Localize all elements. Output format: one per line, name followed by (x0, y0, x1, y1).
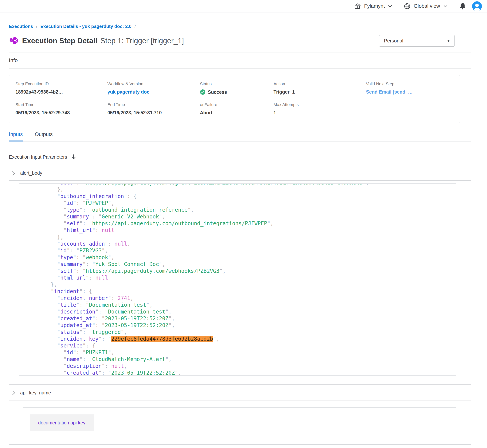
view-switcher[interactable]: Global view (404, 3, 447, 10)
bank-icon (354, 3, 361, 9)
breadcrumb-separator: / (36, 24, 37, 29)
code-line: "self": "https://api.pagerduty.com/webho… (25, 268, 456, 274)
code-line: "title": "Documentation test", (25, 302, 456, 308)
code-content: "self": "https://api.pagerduty.com/log_e… (19, 183, 456, 376)
field-workflow-version: Workflow & Version yuk pagerduty doc (107, 82, 200, 95)
expander-api-key-name[interactable]: api_key_name (9, 385, 471, 400)
field-value: Abort (200, 110, 274, 115)
code-line: "name": "CloudWatch-Memory-Alert", (25, 356, 456, 363)
params-header-row: Execution Input Parameters (9, 149, 471, 165)
tab-outputs[interactable]: Outputs (35, 131, 53, 141)
code-line: "self": "https://api.pagerduty.com/outbo… (25, 220, 456, 227)
code-line: "incident_number": 2741, (25, 295, 456, 302)
field-label: onFailure (200, 103, 274, 107)
expander-label: api_key_name (20, 390, 51, 396)
field-label: Workflow & Version (107, 82, 200, 86)
code-line: "type": "webhook", (25, 254, 456, 261)
tab-inputs[interactable]: Inputs (9, 131, 23, 141)
code-line: "created_at": "2023-05-19T22:52:20Z", (25, 315, 456, 322)
code-line: "service": { (25, 342, 456, 349)
api-key-name-card: documentation api key (23, 407, 456, 438)
field-valid-next-step: Valid Next Step Send Email [send_… (366, 82, 460, 95)
chevron-right-icon (12, 391, 15, 395)
code-line: }, (25, 186, 456, 193)
alert-body-json-viewer[interactable]: "self": "https://api.pagerduty.com/log_e… (19, 183, 456, 376)
field-action: Action Trigger_1 (274, 82, 366, 95)
code-line: "incident_key": "229efec8feda44778d3fe69… (25, 336, 456, 342)
globe-icon (404, 3, 411, 10)
breadcrumb-link-execution-details[interactable]: Execution Details - yuk pagerduty doc: 2… (41, 24, 131, 29)
api-key-name-chip: documentation api key (30, 414, 94, 431)
field-label: Action (274, 82, 366, 86)
info-card: Step Execution ID 18992a43-9538-4b2… Wor… (9, 75, 460, 123)
chevron-right-icon (12, 171, 15, 176)
code-line: "html_url": null (25, 227, 456, 234)
code-line: "description": "Documentation test", (25, 308, 456, 315)
code-line: "type": "outbound_integration_reference"… (25, 207, 456, 213)
workflow-link[interactable]: yuk pagerduty doc (107, 89, 200, 95)
field-onfailure: onFailure Abort (200, 103, 274, 115)
field-value: 05/19/2023, 15:52:31.710 (107, 110, 200, 115)
code-line: "summary": "Generic V2 Webhook", (25, 213, 456, 220)
code-line: "incident": { (25, 288, 456, 295)
status-text: Success (208, 89, 227, 95)
scope-select-value: Personal (384, 38, 403, 44)
field-step-execution-id: Step Execution ID 18992a43-9538-4b2… (16, 82, 107, 95)
view-label: Global view (414, 3, 440, 9)
breadcrumb-link-executions[interactable]: Executions (9, 24, 33, 29)
field-label: Max Attempts (274, 103, 366, 107)
dropdown-caret-icon: ▾ (447, 38, 450, 43)
code-line: "accounts_addon": null, (25, 240, 456, 247)
code-line: "created_at": "2023-05-19T22:52:20Z", (25, 369, 456, 376)
field-label: End Time (107, 103, 200, 107)
field-label: Valid Next Step (366, 82, 460, 86)
download-icon[interactable] (71, 154, 76, 160)
params-heading: Execution Input Parameters (9, 154, 67, 160)
page-title: Execution Step Detail (22, 37, 97, 45)
code-line: "id": "PJFWPEP", (25, 200, 456, 207)
scope-select[interactable]: Personal ▾ (379, 35, 455, 47)
breadcrumb: Executions / Execution Details - yuk pag… (9, 24, 471, 29)
workflow-step-icon (9, 36, 18, 46)
field-value: 18992a43-9538-4b2… (16, 89, 107, 95)
expander-alert-body[interactable]: alert_body (9, 165, 471, 180)
user-avatar[interactable] (472, 1, 482, 11)
next-step-link[interactable]: Send Email [send_… (366, 89, 460, 95)
org-switcher[interactable]: Fylamynt (354, 3, 392, 9)
top-bar: Fylamynt Global view (0, 0, 487, 12)
chevron-down-icon (443, 5, 447, 8)
code-line: "status": "triggered", (25, 329, 456, 336)
field-value: 05/19/2023, 15:52:29.748 (16, 110, 107, 115)
code-line: }, (25, 281, 456, 288)
field-label: Start Time (16, 103, 107, 107)
code-line: "updated_at": "2023-05-19T22:52:20Z", (25, 322, 456, 329)
status-badge: Success (200, 89, 274, 95)
tab-bar: Inputs Outputs (9, 131, 471, 142)
expander-label: alert_body (20, 170, 42, 176)
field-label: Status (200, 82, 274, 86)
field-start-time: Start Time 05/19/2023, 15:52:29.748 (16, 103, 107, 115)
title-row: Execution Step Detail Step 1: Trigger [t… (9, 35, 471, 47)
code-line: "outbound_integration": { (25, 193, 456, 200)
field-label: Step Execution ID (16, 82, 107, 86)
divider (9, 52, 471, 52)
field-value: 1 (274, 110, 366, 115)
divider (9, 180, 471, 181)
code-line: "description": null, (25, 363, 456, 369)
page-subtitle: Step 1: Trigger [trigger_1] (100, 37, 184, 45)
bell-icon (459, 2, 466, 10)
breadcrumb-separator: / (135, 24, 136, 29)
code-line: "id": "PZB2VG3", (25, 247, 456, 254)
org-label: Fylamynt (364, 3, 385, 9)
chevron-down-icon (388, 5, 392, 8)
field-status: Status Success (200, 82, 274, 95)
divider (9, 400, 471, 400)
expander-api-key-value[interactable]: api_key_value (9, 445, 471, 448)
field-value: Trigger_1 (274, 89, 366, 95)
main-content: Executions / Execution Details - yuk pag… (0, 24, 487, 448)
divider (9, 68, 471, 68)
code-line: "id": "PUZKRT1", (25, 349, 456, 356)
notifications-button[interactable] (459, 2, 466, 10)
code-line: }, (25, 234, 456, 240)
success-check-icon (200, 89, 206, 95)
